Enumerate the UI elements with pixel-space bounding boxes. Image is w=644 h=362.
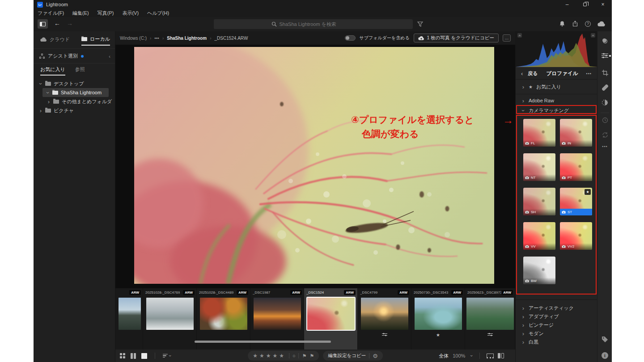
forward-arrow-button[interactable]: → — [67, 20, 73, 27]
versions-icon[interactable] — [597, 132, 612, 138]
category-artistic[interactable]: ›アーティスティック — [516, 304, 597, 312]
pick-flag-icon[interactable]: ⚑ — [302, 353, 307, 359]
profile-tile-fl[interactable]: FL — [523, 119, 555, 147]
sort-button[interactable]: › — [163, 353, 171, 358]
profile-star-badge[interactable]: ★ — [585, 189, 591, 195]
thumbnail[interactable] — [361, 298, 408, 330]
thumbnail[interactable] — [466, 298, 514, 330]
chevron-down-icon[interactable]: › — [38, 82, 44, 85]
tab-favorites[interactable]: お気に入り — [40, 66, 65, 76]
breadcrumb-root[interactable]: Windows (C:) — [120, 36, 147, 41]
compare-view-icon[interactable] — [131, 353, 136, 359]
chevron-down-icon[interactable]: › — [45, 91, 51, 94]
masking-icon[interactable] — [597, 99, 612, 106]
breadcrumb-ellipsis[interactable]: ••• — [154, 36, 159, 41]
filter-icon[interactable] — [417, 21, 423, 27]
more-tools-icon[interactable]: ••• — [597, 144, 612, 149]
category-bw[interactable]: ›白黒 — [516, 338, 597, 346]
filmstrip-scrollbar[interactable] — [195, 341, 331, 343]
thumbnail[interactable] — [119, 298, 141, 330]
profile-tile-bw[interactable]: BW — [523, 257, 555, 284]
profile-tile-sh[interactable]: SH — [523, 188, 555, 215]
section-camera-matching[interactable]: › カメラマッチング — [516, 106, 597, 114]
share-icon[interactable] — [572, 21, 578, 27]
help-icon[interactable]: ? — [585, 21, 591, 27]
copy-to-cloud-button[interactable]: 1 枚の写真 をクラウドにコピー — [414, 34, 499, 42]
tab-local[interactable]: ローカル — [81, 36, 110, 46]
assisted-culling-row[interactable]: アシスト選別 ‹ — [34, 48, 115, 63]
profile-tile-st-selected[interactable]: ★ ST — [560, 188, 592, 215]
profile-tile-nt[interactable]: NT — [523, 153, 555, 181]
color-label-icon[interactable]: ○ — [292, 353, 296, 358]
filmstrip-cell[interactable]: ARW — [115, 288, 143, 349]
keywords-tag-icon[interactable] — [597, 336, 612, 343]
menu-view[interactable]: 表示(V) — [122, 10, 139, 17]
thumbnail[interactable] — [307, 298, 355, 330]
chevron-right-icon[interactable]: › — [39, 108, 42, 114]
category-vintage[interactable]: ›ビンテージ — [516, 321, 597, 329]
chevron-down-icon[interactable]: › — [469, 355, 475, 357]
menu-help[interactable]: ヘルプ(H) — [147, 10, 169, 17]
filmstrip-cell[interactable]: _DSC4799ARW — [358, 288, 411, 349]
maximize-button[interactable] — [576, 0, 594, 9]
history-icon[interactable] — [597, 117, 612, 123]
healing-icon[interactable] — [597, 84, 612, 91]
info-icon[interactable]: i — [597, 352, 612, 359]
thumbnail[interactable] — [415, 298, 462, 330]
zoom-value[interactable]: 100% — [453, 353, 465, 358]
back-button[interactable]: 戻る — [528, 70, 538, 77]
menu-file[interactable]: ファイル(F) — [38, 10, 64, 17]
tree-item-pictures[interactable]: › ピクチャ — [34, 106, 115, 115]
cloud-sync-icon[interactable] — [597, 21, 606, 27]
menu-photo[interactable]: 写真(P) — [97, 10, 114, 17]
zoom-fit-label[interactable]: 全体 — [439, 353, 449, 359]
grid-view-icon[interactable] — [120, 353, 126, 359]
back-arrow-button[interactable]: ← — [54, 20, 60, 27]
filmstrip-cell[interactable]: 20250730-_DSC3543ARW ★ — [411, 288, 465, 349]
tree-item-shasha-lightroom[interactable]: › ShaSha Lightroom — [42, 88, 109, 97]
photo-spider-lily[interactable] — [134, 47, 494, 284]
thumbnail[interactable] — [146, 298, 194, 330]
star-rating-control[interactable]: ★★★★★ — [253, 353, 286, 359]
panel-toggle-button[interactable] — [38, 19, 48, 29]
include-subfolders-toggle[interactable] — [345, 35, 356, 41]
tree-item-desktop[interactable]: › デスクトップ — [34, 79, 115, 88]
back-chevron-icon[interactable]: ‹ — [521, 70, 523, 77]
profile-more-icon[interactable]: ••• — [586, 72, 592, 76]
before-after-icon[interactable] — [498, 353, 504, 358]
close-button[interactable]: × — [594, 0, 612, 9]
category-adaptive[interactable]: ›アダプティブ — [516, 312, 597, 321]
minimize-button[interactable]: – — [558, 0, 576, 9]
menu-edit[interactable]: 編集(E) — [72, 10, 89, 17]
section-favorites[interactable]: › ★ お気に入り — [516, 81, 597, 92]
search-input[interactable] — [280, 21, 356, 27]
thumbnail[interactable] — [200, 298, 247, 330]
copy-edit-settings-button[interactable]: 編集設定をコピー — [328, 353, 366, 359]
reject-flag-icon[interactable]: ⚑ — [310, 353, 314, 359]
detail-view-icon[interactable] — [141, 353, 147, 359]
search-bar[interactable] — [214, 19, 413, 29]
filmstrip-cell[interactable]: 20251028-_DSC4769ARW — [143, 288, 197, 349]
category-modern[interactable]: ›モダン — [516, 329, 597, 338]
crop-icon[interactable] — [597, 70, 612, 76]
section-adobe-raw[interactable]: › Adobe Raw — [516, 96, 597, 105]
notifications-bell-icon[interactable] — [559, 21, 565, 27]
more-options-button[interactable]: … — [503, 34, 511, 42]
shadow-clipping-button[interactable] — [517, 33, 522, 38]
tab-browse[interactable]: 参照 — [75, 66, 85, 76]
presets-icon[interactable] — [597, 38, 612, 44]
chevron-right-icon[interactable]: › — [47, 99, 51, 105]
filmstrip-toggle-icon[interactable] — [487, 354, 494, 358]
profile-tile-vv2[interactable]: VV2 — [560, 222, 592, 250]
tab-cloud[interactable]: クラウド — [40, 36, 70, 46]
filmstrip-cell[interactable]: 20250623-_DSC8973ARW — [465, 288, 515, 349]
thumbnail[interactable] — [254, 298, 301, 330]
histogram[interactable] — [516, 31, 597, 68]
collapse-sidebar-icon[interactable]: ‹ — [109, 54, 110, 59]
settings-gear-icon[interactable]: ⚙ — [373, 353, 378, 359]
breadcrumb-folder[interactable]: ShaSha Lightroom — [167, 36, 207, 41]
profile-tile-in[interactable]: IN — [560, 119, 592, 147]
tree-item-other-folder[interactable]: › その他まとめフォルダ — [34, 97, 115, 106]
profile-tile-vv[interactable]: VV — [523, 222, 555, 250]
profile-tile-pt[interactable]: PT — [560, 153, 592, 181]
